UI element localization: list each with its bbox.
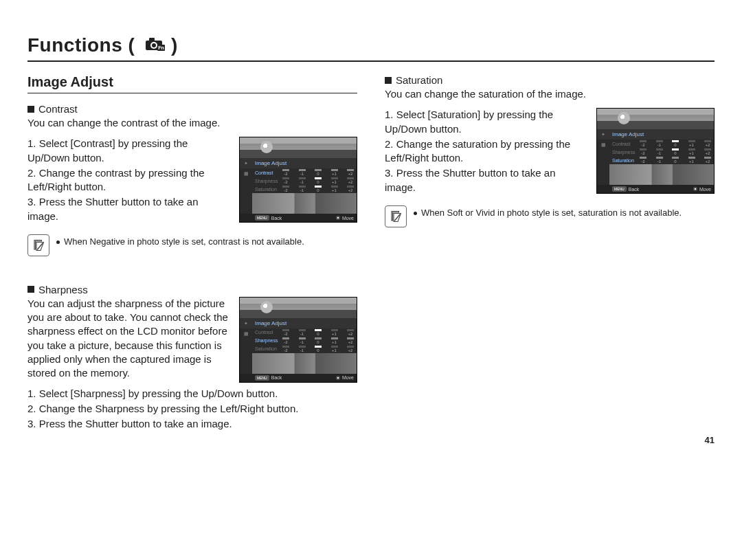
paren-open: (: [122, 34, 140, 56]
contrast-desc: You can change the contrast of the image…: [27, 116, 357, 130]
lcd-screenshot-sharpness: ▣◷✦▦ Image Adjust Contrast-2-10+1+2 Shar…: [239, 297, 357, 383]
saturation-note: When Soft or Vivid in photo style is set…: [414, 205, 682, 219]
saturation-label: Saturation: [396, 74, 442, 86]
lcd-screenshot-saturation: ▣◷✦▦ Image Adjust Contrast-2-10+1+2 Shar…: [596, 108, 715, 194]
page-title-row: Functions ( Fn ): [27, 34, 715, 62]
lcd-screenshot-contrast: ▣◷✦▦ Image Adjust Contrast-2-10+1+2 Shar…: [239, 137, 357, 223]
sharpness-label: Sharpness: [38, 284, 88, 295]
sharpness-step-1: 1. Select [Sharpness] by pressing the Up…: [27, 387, 357, 401]
sharpness-step-2: 2. Change the Sharpness by pressing the …: [27, 402, 357, 416]
saturation-step-1: 1. Select [Saturation] by pressing the U…: [385, 108, 587, 136]
contrast-step-1: 1. Select [Contrast] by pressing the Up/…: [27, 137, 229, 165]
sharpness-section: Sharpness You can adjust the sharpness o…: [27, 284, 357, 432]
svg-rect-1: [149, 38, 155, 41]
lcd-header: Image Adjust: [240, 158, 357, 168]
saturation-section: Saturation You can change the saturation…: [385, 74, 715, 227]
right-column: Saturation You can change the saturation…: [385, 74, 715, 438]
square-bullet-icon: [27, 106, 34, 113]
note-icon: [385, 205, 407, 227]
contrast-step-2: 2. Change the contrast by pressing the L…: [27, 166, 229, 194]
sharpness-desc: You can adjust the sharpness of the pict…: [27, 297, 229, 381]
sharpness-step-3: 3. Press the Shutter button to take an i…: [27, 417, 357, 431]
section-heading: Image Adjust: [27, 74, 357, 93]
square-bullet-icon: [385, 77, 392, 84]
contrast-section: Contrast You can change the contrast of …: [27, 103, 357, 256]
contrast-label: Contrast: [38, 103, 78, 115]
svg-text:Fn: Fn: [158, 45, 164, 50]
contrast-note: When Negative in photo style is set, con…: [56, 234, 304, 248]
camera-fn-icon: Fn: [145, 36, 166, 52]
svg-point-3: [152, 43, 156, 47]
contrast-step-3: 3. Press the Shutter button to take an i…: [27, 195, 229, 223]
note-icon: [27, 234, 49, 256]
left-column: Image Adjust Contrast You can change the…: [27, 74, 357, 438]
square-bullet-icon: [27, 286, 34, 293]
saturation-desc: You can change the saturation of the ima…: [385, 87, 715, 101]
saturation-step-2: 2. Change the saturation by pressing the…: [385, 137, 587, 166]
page-title: Functions: [27, 34, 122, 56]
page-number: 41: [705, 435, 715, 445]
saturation-step-3: 3. Press the Shutter button to take an i…: [385, 166, 587, 194]
paren-close: ): [166, 34, 178, 56]
